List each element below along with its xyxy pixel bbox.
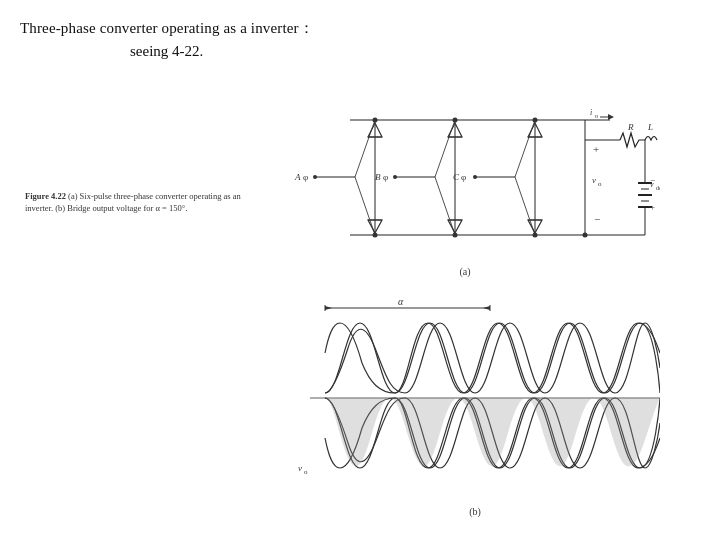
svg-point-68 [583,233,588,238]
svg-text:(a): (a) [459,266,470,278]
svg-text:(b): (b) [469,506,481,518]
svg-point-67 [533,233,538,238]
title-line2: seeing 4-22. [130,43,700,60]
svg-point-55 [313,175,317,179]
svg-text:o: o [598,180,602,188]
svg-text:φ: φ [303,172,308,182]
svg-point-61 [473,175,477,179]
content-area: Figure 4.22 (a) Six-pulse three-phase co… [20,70,700,540]
svg-text:φ: φ [383,172,388,182]
svg-text:α: α [398,296,404,307]
left-panel: Figure 4.22 (a) Six-pulse three-phase co… [20,70,250,540]
waveform-diagram: α [290,293,660,523]
svg-point-64 [453,118,458,123]
svg-text:o: o [595,113,598,119]
circuit-diagram: i o R L + v o − [290,75,660,285]
svg-text:+: + [650,202,655,212]
svg-text:C: C [453,172,460,182]
right-panel: i o R L + v o − [250,70,700,540]
svg-point-62 [373,118,378,123]
page-container: Three-phase converter operating as a inv… [0,0,720,540]
svg-text:v: v [298,463,302,473]
svg-text:A: A [294,172,301,182]
svg-text:i: i [590,108,592,117]
svg-text:+: + [593,143,599,155]
svg-text:o: o [304,468,308,476]
svg-point-63 [373,233,378,238]
svg-point-65 [453,233,458,238]
svg-point-66 [533,118,538,123]
svg-text:B: B [375,172,381,182]
svg-text:R: R [627,122,634,132]
svg-text:L: L [647,122,653,132]
svg-text:v: v [592,175,596,185]
title-line1: Three-phase converter operating as a inv… [20,18,700,39]
svg-text:−: − [594,213,600,225]
svg-text:φ: φ [461,172,466,182]
svg-rect-0 [290,75,660,285]
figure-caption-label: Figure 4.22 [25,191,66,201]
figure-caption: Figure 4.22 (a) Six-pulse three-phase co… [25,190,250,215]
svg-point-58 [393,175,397,179]
svg-text:−: − [650,175,655,185]
svg-text:dc: dc [656,185,660,191]
